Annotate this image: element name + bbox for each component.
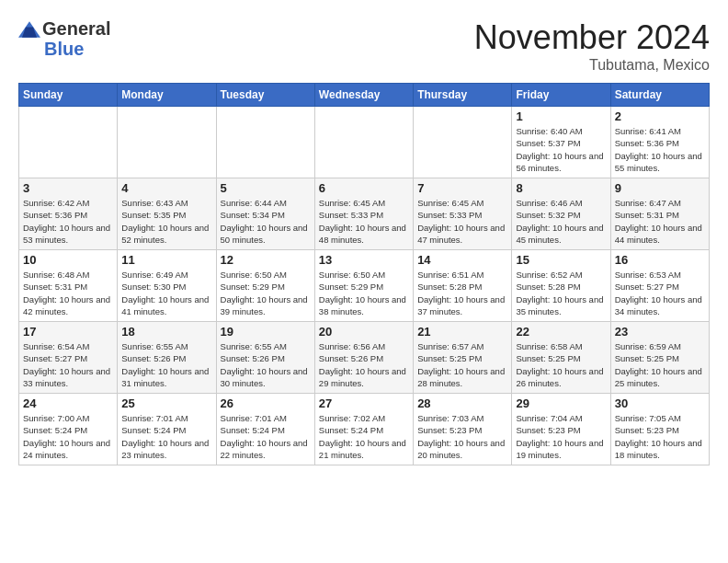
day-info: Sunrise: 6:46 AM Sunset: 5:32 PM Dayligh… xyxy=(516,197,606,246)
day-number: 29 xyxy=(516,396,606,410)
calendar-cell-0-6: 2Sunrise: 6:41 AM Sunset: 5:36 PM Daylig… xyxy=(610,107,709,178)
day-info: Sunrise: 6:54 AM Sunset: 5:27 PM Dayligh… xyxy=(23,340,113,389)
calendar-header: Sunday Monday Tuesday Wednesday Thursday… xyxy=(19,84,710,107)
calendar-cell-3-3: 20Sunrise: 6:56 AM Sunset: 5:26 PM Dayli… xyxy=(314,322,413,394)
calendar-cell-2-5: 15Sunrise: 6:52 AM Sunset: 5:28 PM Dayli… xyxy=(512,250,610,322)
day-info: Sunrise: 6:59 AM Sunset: 5:25 PM Dayligh… xyxy=(615,340,705,389)
day-info: Sunrise: 6:42 AM Sunset: 5:36 PM Dayligh… xyxy=(23,197,113,246)
day-number: 26 xyxy=(221,396,311,410)
header: General Blue November 2024 Tubutama, Mex… xyxy=(18,18,710,74)
calendar-cell-4-6: 30Sunrise: 7:05 AM Sunset: 5:23 PM Dayli… xyxy=(610,394,709,465)
page: General Blue November 2024 Tubutama, Mex… xyxy=(0,0,728,563)
calendar-cell-0-4 xyxy=(414,107,512,178)
day-number: 2 xyxy=(615,109,705,123)
calendar-cell-3-6: 23Sunrise: 6:59 AM Sunset: 5:25 PM Dayli… xyxy=(610,322,709,394)
col-saturday: Saturday xyxy=(610,84,709,107)
day-info: Sunrise: 6:58 AM Sunset: 5:25 PM Dayligh… xyxy=(516,340,606,389)
day-number: 22 xyxy=(516,325,606,339)
calendar-cell-0-0 xyxy=(19,107,118,178)
calendar-week-4: 24Sunrise: 7:00 AM Sunset: 5:24 PM Dayli… xyxy=(19,394,710,465)
day-number: 3 xyxy=(23,181,113,195)
day-info: Sunrise: 6:45 AM Sunset: 5:33 PM Dayligh… xyxy=(319,197,409,246)
day-number: 8 xyxy=(516,181,606,195)
day-info: Sunrise: 6:45 AM Sunset: 5:33 PM Dayligh… xyxy=(417,197,507,246)
day-info: Sunrise: 6:40 AM Sunset: 5:37 PM Dayligh… xyxy=(516,125,606,174)
calendar-cell-1-1: 4Sunrise: 6:43 AM Sunset: 5:35 PM Daylig… xyxy=(118,178,216,250)
day-info: Sunrise: 6:44 AM Sunset: 5:34 PM Dayligh… xyxy=(221,197,311,246)
calendar-cell-0-2 xyxy=(216,107,314,178)
calendar-cell-1-6: 9Sunrise: 6:47 AM Sunset: 5:31 PM Daylig… xyxy=(610,178,709,250)
day-number: 7 xyxy=(417,181,507,195)
day-info: Sunrise: 6:50 AM Sunset: 5:29 PM Dayligh… xyxy=(221,269,311,317)
calendar-cell-0-1 xyxy=(118,107,216,178)
day-number: 17 xyxy=(23,325,113,339)
day-number: 11 xyxy=(121,253,211,267)
calendar-week-0: 1Sunrise: 6:40 AM Sunset: 5:37 PM Daylig… xyxy=(19,107,710,178)
calendar-cell-0-5: 1Sunrise: 6:40 AM Sunset: 5:37 PM Daylig… xyxy=(512,107,610,178)
day-info: Sunrise: 6:43 AM Sunset: 5:35 PM Dayligh… xyxy=(121,197,211,246)
day-number: 27 xyxy=(319,396,409,410)
location-subtitle: Tubutama, Mexico xyxy=(474,57,710,74)
day-number: 6 xyxy=(319,181,409,195)
day-info: Sunrise: 6:53 AM Sunset: 5:27 PM Dayligh… xyxy=(615,269,705,317)
calendar-cell-2-0: 10Sunrise: 6:48 AM Sunset: 5:31 PM Dayli… xyxy=(19,250,118,322)
day-info: Sunrise: 6:56 AM Sunset: 5:26 PM Dayligh… xyxy=(319,340,409,389)
day-number: 19 xyxy=(221,325,311,339)
calendar-cell-2-1: 11Sunrise: 6:49 AM Sunset: 5:30 PM Dayli… xyxy=(118,250,216,322)
calendar-week-2: 10Sunrise: 6:48 AM Sunset: 5:31 PM Dayli… xyxy=(19,250,710,322)
header-row: Sunday Monday Tuesday Wednesday Thursday… xyxy=(19,84,710,107)
day-info: Sunrise: 6:49 AM Sunset: 5:30 PM Dayligh… xyxy=(121,269,211,317)
logo-text: General xyxy=(42,18,110,40)
day-info: Sunrise: 7:03 AM Sunset: 5:23 PM Dayligh… xyxy=(417,412,507,461)
calendar-cell-3-2: 19Sunrise: 6:55 AM Sunset: 5:26 PM Dayli… xyxy=(216,322,314,394)
calendar-cell-4-1: 25Sunrise: 7:01 AM Sunset: 5:24 PM Dayli… xyxy=(118,394,216,465)
day-number: 20 xyxy=(319,325,409,339)
day-info: Sunrise: 6:52 AM Sunset: 5:28 PM Dayligh… xyxy=(516,269,606,317)
logo: General Blue xyxy=(18,18,110,58)
col-tuesday: Tuesday xyxy=(216,84,314,107)
day-info: Sunrise: 7:02 AM Sunset: 5:24 PM Dayligh… xyxy=(319,412,409,461)
day-number: 1 xyxy=(516,109,606,123)
day-number: 12 xyxy=(221,253,311,267)
calendar-cell-4-2: 26Sunrise: 7:01 AM Sunset: 5:24 PM Dayli… xyxy=(216,394,314,465)
calendar-cell-1-2: 5Sunrise: 6:44 AM Sunset: 5:34 PM Daylig… xyxy=(216,178,314,250)
calendar-cell-1-0: 3Sunrise: 6:42 AM Sunset: 5:36 PM Daylig… xyxy=(19,178,118,250)
calendar-cell-4-5: 29Sunrise: 7:04 AM Sunset: 5:23 PM Dayli… xyxy=(512,394,610,465)
calendar-cell-1-3: 6Sunrise: 6:45 AM Sunset: 5:33 PM Daylig… xyxy=(314,178,413,250)
calendar-body: 1Sunrise: 6:40 AM Sunset: 5:37 PM Daylig… xyxy=(19,107,710,465)
col-sunday: Sunday xyxy=(19,84,118,107)
calendar-cell-2-3: 13Sunrise: 6:50 AM Sunset: 5:29 PM Dayli… xyxy=(314,250,413,322)
day-number: 24 xyxy=(23,396,113,410)
title-area: November 2024 Tubutama, Mexico xyxy=(474,18,710,74)
col-monday: Monday xyxy=(118,84,216,107)
calendar-table: Sunday Monday Tuesday Wednesday Thursday… xyxy=(18,83,710,465)
calendar-cell-4-3: 27Sunrise: 7:02 AM Sunset: 5:24 PM Dayli… xyxy=(314,394,413,465)
calendar-cell-4-4: 28Sunrise: 7:03 AM Sunset: 5:23 PM Dayli… xyxy=(414,394,512,465)
calendar-cell-0-3 xyxy=(314,107,413,178)
month-title: November 2024 xyxy=(474,18,710,57)
day-number: 9 xyxy=(615,181,705,195)
logo-icon xyxy=(18,20,40,39)
day-number: 10 xyxy=(23,253,113,267)
svg-marker-1 xyxy=(22,27,37,37)
calendar-cell-3-4: 21Sunrise: 6:57 AM Sunset: 5:25 PM Dayli… xyxy=(414,322,512,394)
calendar-cell-3-1: 18Sunrise: 6:55 AM Sunset: 5:26 PM Dayli… xyxy=(118,322,216,394)
logo-blue-text: Blue xyxy=(44,40,84,58)
day-info: Sunrise: 7:01 AM Sunset: 5:24 PM Dayligh… xyxy=(121,412,211,461)
day-info: Sunrise: 6:41 AM Sunset: 5:36 PM Dayligh… xyxy=(615,125,705,174)
col-thursday: Thursday xyxy=(414,84,512,107)
day-number: 23 xyxy=(615,325,705,339)
calendar-cell-2-6: 16Sunrise: 6:53 AM Sunset: 5:27 PM Dayli… xyxy=(610,250,709,322)
day-info: Sunrise: 6:57 AM Sunset: 5:25 PM Dayligh… xyxy=(417,340,507,389)
day-number: 13 xyxy=(319,253,409,267)
calendar-cell-2-4: 14Sunrise: 6:51 AM Sunset: 5:28 PM Dayli… xyxy=(414,250,512,322)
day-info: Sunrise: 6:55 AM Sunset: 5:26 PM Dayligh… xyxy=(221,340,311,389)
day-number: 5 xyxy=(221,181,311,195)
col-wednesday: Wednesday xyxy=(314,84,413,107)
day-number: 15 xyxy=(516,253,606,267)
day-info: Sunrise: 7:04 AM Sunset: 5:23 PM Dayligh… xyxy=(516,412,606,461)
day-info: Sunrise: 6:47 AM Sunset: 5:31 PM Dayligh… xyxy=(615,197,705,246)
calendar-cell-3-0: 17Sunrise: 6:54 AM Sunset: 5:27 PM Dayli… xyxy=(19,322,118,394)
calendar-cell-4-0: 24Sunrise: 7:00 AM Sunset: 5:24 PM Dayli… xyxy=(19,394,118,465)
day-number: 4 xyxy=(121,181,211,195)
